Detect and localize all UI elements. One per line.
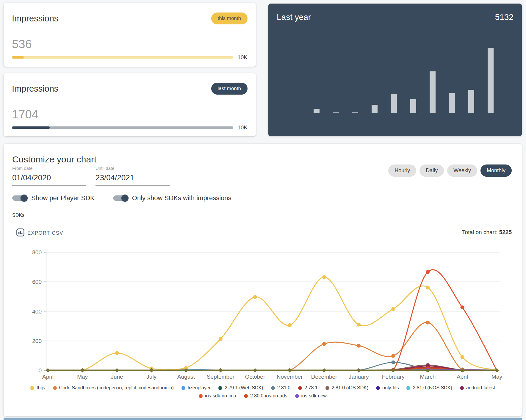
sdk-impressions-line-chart[interactable]: 0200400600800AprilMayJuneJulyAugustSepte… <box>4 245 522 385</box>
legend-item[interactable]: Code Sandboxes (codepen.io, repl.it, cod… <box>53 385 174 391</box>
legend-item[interactable]: tizenplayer <box>181 385 211 391</box>
progress-track <box>12 56 233 59</box>
legend-color-dot <box>181 386 185 390</box>
from-date-group: From date <box>12 166 86 186</box>
svg-text:December: December <box>311 374 337 380</box>
legend-color-dot <box>30 386 34 390</box>
impressions-value: 536 <box>12 37 32 51</box>
legend-label: 2.81.0 (iOS SDK) <box>332 385 369 391</box>
sdks-label: SDKs <box>12 213 24 218</box>
legend-label: ios-sdk-no-ima <box>205 393 236 399</box>
year-bar <box>449 93 455 113</box>
svg-text:February: February <box>382 374 405 380</box>
impressions-value: 1704 <box>12 108 38 121</box>
granularity-switch: Hourly Daily Weekly Monthly <box>388 164 512 177</box>
svg-text:June: June <box>111 374 123 380</box>
card-title: Impressions <box>12 14 58 23</box>
year-bar <box>314 109 320 113</box>
legend-item[interactable]: 2.79.1 (Web SDK) <box>218 385 263 391</box>
svg-text:May: May <box>77 374 88 380</box>
legend-color-dot <box>298 386 302 390</box>
progress-row: 10K <box>12 124 248 131</box>
progress-track <box>12 126 233 129</box>
x-axis-labels: AprilMayJuneJulyAugustSeptemberOctoberNo… <box>42 374 502 380</box>
legend-label: 2.81.0 (tvOS SDK) <box>413 385 452 391</box>
legend-item[interactable]: thijs <box>30 385 45 391</box>
legend-item[interactable]: ios-sdk-no-ima <box>199 393 236 399</box>
legend-label: 2.81.0 <box>277 385 290 391</box>
export-csv-button[interactable]: EXPORT CSV <box>15 228 65 238</box>
from-date-input[interactable] <box>12 172 86 186</box>
last-year-card: Last year 5132 <box>268 4 522 136</box>
svg-text:September: September <box>207 374 235 380</box>
impressions-this-month-card: Impressions this month 536 10K <box>4 3 256 67</box>
axes: 0200400600800 <box>32 249 46 374</box>
legend-color-dot <box>199 394 203 398</box>
total-on-chart: Total on chart: 5225 <box>462 229 512 236</box>
granularity-hourly-button[interactable]: Hourly <box>388 164 416 177</box>
chart-legend-row-2: ios-sdk-no-ima2.80.0-ios-no-adsios-sdk-n… <box>4 393 522 399</box>
legend-label: 2.80.0-ios-no-ads <box>250 393 287 399</box>
show-per-player-sdk-label: Show per Player SDK <box>31 194 95 202</box>
series-ios-sdk-no-ima <box>48 270 497 370</box>
granularity-weekly-button[interactable]: Weekly <box>447 164 477 177</box>
svg-text:January: January <box>349 374 369 380</box>
year-bar <box>488 48 494 113</box>
section-title: Customize your chart <box>12 154 96 164</box>
year-bar <box>333 112 339 113</box>
legend-label: 2.78.1 <box>304 385 317 391</box>
legend-item[interactable]: 2.78.1 <box>298 385 317 391</box>
legend-label: thijs <box>37 385 45 391</box>
legend-label: 2.79.1 (Web SDK) <box>225 385 263 391</box>
legend-label: tizenplayer <box>188 385 211 391</box>
legend-item[interactable]: 2.81.0 (iOS SDK) <box>325 385 369 391</box>
progress-fill <box>12 126 50 129</box>
legend-color-dot <box>376 386 380 390</box>
last-year-title: Last year <box>277 12 311 22</box>
legend-item[interactable]: android-latest <box>460 385 495 391</box>
svg-text:200: 200 <box>32 338 42 344</box>
legend-item[interactable]: 2.81.0 <box>271 385 290 391</box>
only-sdks-with-impressions-toggle[interactable] <box>113 195 128 201</box>
legend-item[interactable]: only-hls <box>376 385 399 391</box>
granularity-daily-button[interactable]: Daily <box>419 164 444 177</box>
legend-item[interactable]: 2.80.0-ios-no-ads <box>244 393 287 399</box>
granularity-monthly-button[interactable]: Monthly <box>480 164 512 177</box>
last-year-bar-chart[interactable] <box>275 47 510 113</box>
legend-label: ios-sdk-new <box>301 393 327 399</box>
legend-color-dot <box>244 394 248 398</box>
customize-chart-card: Customize your chart From date Until dat… <box>4 144 522 416</box>
total-on-chart-value: 5225 <box>499 229 512 235</box>
last-year-total: 5132 <box>495 12 514 22</box>
progress-max-label: 10K <box>237 54 248 61</box>
svg-text:600: 600 <box>32 279 42 285</box>
year-bar <box>430 71 436 113</box>
legend-color-dot <box>53 386 57 390</box>
toggles-row: Show per Player SDK Only show SDKs with … <box>12 194 231 202</box>
legend-color-dot <box>218 386 222 390</box>
progress-max-label: 10K <box>237 124 248 131</box>
legend-color-dot <box>460 386 464 390</box>
legend-item[interactable]: ios-sdk-new <box>295 393 327 399</box>
from-date-label: From date <box>12 166 86 171</box>
until-date-input[interactable] <box>96 172 170 186</box>
svg-text:400: 400 <box>32 308 42 315</box>
year-bar <box>372 105 378 113</box>
toggle-knob <box>121 195 129 202</box>
impressions-last-month-card: Impressions last month 1704 10K <box>4 73 256 136</box>
year-bar <box>352 112 358 113</box>
svg-text:August: August <box>177 374 195 380</box>
card-title: Impressions <box>12 84 58 94</box>
legend-color-dot <box>325 386 329 390</box>
svg-text:November: November <box>277 374 303 380</box>
year-bar <box>391 94 397 113</box>
svg-text:October: October <box>245 374 265 380</box>
svg-text:April: April <box>457 374 468 380</box>
show-per-player-sdk-toggle[interactable] <box>12 195 27 201</box>
only-sdks-with-impressions-label: Only show SDKs with impressions <box>132 194 231 202</box>
legend-color-dot <box>271 386 275 390</box>
svg-text:0: 0 <box>38 367 42 374</box>
legend-item[interactable]: 2.81.0 (tvOS SDK) <box>406 385 452 391</box>
svg-text:July: July <box>146 374 156 380</box>
until-date-group: Until date <box>96 166 170 186</box>
